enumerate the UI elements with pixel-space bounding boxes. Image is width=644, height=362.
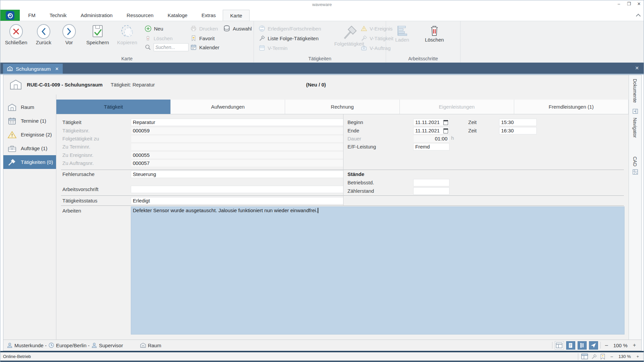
layout-view-button[interactable] (555, 341, 564, 350)
navigate-view-button[interactable] (589, 341, 598, 350)
separator (61, 170, 624, 170)
window-title: waveware (0, 2, 644, 7)
app-zoom-value: 130 % (618, 354, 631, 359)
dauer-label: Dauer (347, 135, 361, 142)
menu-item-administration[interactable]: Administration (74, 10, 120, 21)
zu-auftragsnr-field: 000057 (131, 160, 343, 167)
record-header: RUE-C-01-009 - Schulungsraum Tätigkeit: … (3, 75, 629, 95)
schliessen-button[interactable]: Schließen (3, 24, 29, 45)
vor-button[interactable]: Vor (58, 24, 80, 45)
drucken-button[interactable]: Drucken (190, 24, 218, 33)
panel-document-icon[interactable] (632, 108, 638, 114)
arbeitsvorschrift-field[interactable] (131, 186, 343, 193)
hammer-icon[interactable] (591, 354, 597, 360)
separator (61, 195, 624, 196)
tab-taetigkeit[interactable]: Tätigkeit (56, 100, 171, 114)
plus-circle-icon (145, 25, 152, 32)
database-icon (223, 25, 230, 32)
maximize-button[interactable]: ❐ (626, 1, 632, 6)
text-cursor (318, 208, 318, 213)
fehlerursache-field[interactable]: Steuerung (131, 171, 343, 178)
ribbon: Schließen Zurück Vor (0, 21, 644, 63)
betriebsstd-field[interactable] (413, 179, 449, 186)
tab-eigenleistungen[interactable]: Eigenleistungen (400, 100, 514, 114)
suchen-row: Suchen... (145, 43, 189, 51)
app-zoom-out-button[interactable]: – (608, 354, 615, 359)
minimize-button[interactable]: – (616, 1, 622, 6)
auswahl-button[interactable]: Auswahl (223, 24, 252, 33)
page-icon (568, 343, 573, 348)
tab-aufwendungen[interactable]: Aufwendungen (171, 100, 285, 114)
menu-item-fm[interactable]: FM (21, 10, 43, 21)
sidebar-item-taetigkeiten[interactable]: Tätigkeiten (0) (3, 155, 56, 169)
document-tab-close-icon[interactable]: ✕ (55, 66, 59, 71)
hammer-icon (7, 158, 17, 166)
liste-folge-taetigkeiten-button[interactable]: Liste Folge-Tätigkeiten (259, 34, 319, 42)
calendar-picker-icon[interactable] (443, 120, 448, 125)
cad-drawing-icon[interactable] (632, 169, 638, 175)
arbeiten-textarea[interactable]: Defekter Sensor wurde ausgetauscht. Jalo… (131, 206, 625, 335)
menu-item-karte[interactable]: Karte (223, 10, 250, 21)
sidebar-item-termine[interactable]: Termine (1) (3, 114, 56, 128)
document-tab-schulungsraum[interactable]: Schulungsraum ✕ (3, 64, 63, 74)
menu-item-extras[interactable]: Extras (195, 10, 223, 21)
side-tab-dokumente[interactable]: Dokumente (632, 79, 638, 103)
briefcase-icon (7, 144, 17, 153)
taetigkeit-field[interactable]: Reparatur (131, 119, 343, 126)
v-termin-button[interactable]: V-Termin (259, 44, 287, 52)
status-context: Raum (148, 343, 161, 348)
loeschen-small-button[interactable]: Löschen (145, 34, 173, 42)
app-zoom-in-button[interactable]: + (634, 354, 641, 359)
beginn-date-field[interactable]: 11.11.2021 (413, 119, 449, 126)
sidebar-item-ereignisse[interactable]: Ereignisse (2) (3, 128, 56, 141)
search-input[interactable]: Suchen... (154, 43, 189, 51)
hammer-large-icon (340, 24, 358, 41)
erledigen-fortschreiben-button[interactable]: Erledigen/Fortschreiben (259, 24, 321, 33)
tab-rechnung[interactable]: Rechnung (285, 100, 399, 114)
loeschen-arbeitsschritte-button[interactable]: Löschen (422, 25, 447, 43)
ruler-view-button[interactable] (578, 341, 587, 350)
doc-zoom-out-button[interactable]: – (603, 342, 610, 348)
side-tab-cad[interactable]: CAD (632, 157, 638, 167)
ribbon-group-taetigkeiten: Erledigen/Fortschreiben Liste Folge-Täti… (254, 21, 386, 62)
tab-bar-close-icon[interactable]: ✕ (635, 65, 639, 71)
copy-icon (119, 24, 135, 39)
tab-fremdleistungen[interactable]: Fremdleistungen (1) (514, 100, 629, 114)
side-tab-navigator[interactable]: Navigator (632, 118, 638, 138)
taetigkeitsnr-label: Tätigkeitsnr. (62, 127, 90, 134)
collapse-ribbon-icon[interactable] (636, 13, 640, 17)
document-view-button[interactable] (566, 341, 575, 350)
sidebar-item-raum[interactable]: Raum (3, 100, 56, 114)
window-bottom-edge (0, 361, 644, 362)
window-layout-icon[interactable] (581, 354, 588, 359)
menu-item-ressourcen[interactable]: Ressourcen (120, 10, 161, 21)
zu-ereignisnr-label: Zu Ereignisnr. (62, 152, 94, 159)
menu-bar: FM Technik Administration Ressourcen Kat… (0, 10, 644, 21)
side-panel-tabs: Dokumente Navigator CAD (629, 75, 641, 340)
laden-button[interactable]: Laden (391, 25, 414, 43)
zurueck-button[interactable]: Zurück (31, 24, 56, 45)
beginn-label: Beginn (347, 119, 363, 126)
ende-date-field[interactable]: 11.11.2021 (413, 127, 449, 134)
beginn-zeit-field[interactable]: 15:30 (499, 119, 537, 126)
favorit-button[interactable]: Favorit (190, 34, 215, 42)
sidebar-item-auftraege[interactable]: Aufträge (1) (3, 141, 56, 155)
kopieren-button[interactable]: Kopieren (114, 24, 141, 45)
ende-zeit-field[interactable]: 16:30 (499, 127, 537, 134)
bookmark-star-icon[interactable] (600, 354, 605, 360)
kalender-button[interactable]: Kalender (190, 43, 219, 51)
neu-button[interactable]: Neu (145, 24, 163, 33)
separator (578, 353, 578, 360)
menu-item-kataloge[interactable]: Kataloge (161, 10, 195, 21)
ef-leistung-field[interactable]: Fremd (413, 143, 449, 150)
speichern-button[interactable]: Speichern (83, 24, 112, 45)
taetigkeitsstatus-field[interactable]: Erledigt (131, 197, 343, 204)
doc-zoom-in-button[interactable]: + (631, 342, 638, 348)
calendar-picker-icon[interactable] (443, 128, 448, 133)
zaehlerstand-field[interactable] (413, 187, 449, 195)
document-tab-title: Schulungsraum (16, 66, 51, 72)
app-logo[interactable] (0, 10, 20, 21)
document-status-bar: Musterkunde - Europe/Berlin - Supervisor (3, 340, 641, 351)
close-window-button[interactable]: ✕ (636, 1, 642, 6)
menu-item-technik[interactable]: Technik (43, 10, 74, 21)
